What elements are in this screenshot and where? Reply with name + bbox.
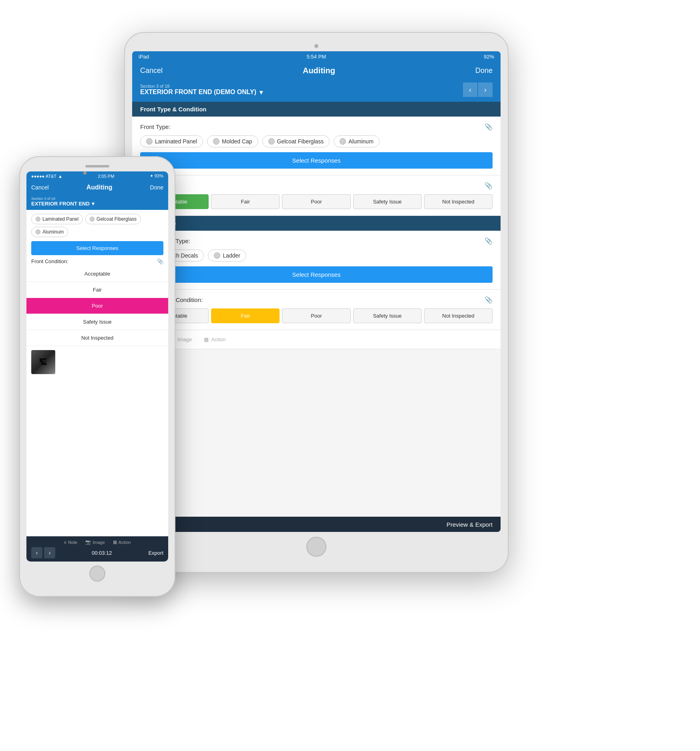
ipad-nav-arrows: ‹ › [463, 83, 493, 97]
iphone-nav-title: Auditing [86, 184, 113, 191]
iphone-action-icon: ▦ [113, 540, 117, 545]
radio-gelcoat-fiberglass[interactable]: Gelcoat Fiberglass [262, 135, 330, 147]
iphone-chevron-down-icon: ▾ [92, 201, 95, 207]
front-type-label: Front Type: 📎 [140, 123, 493, 131]
iphone-radio-gelcoat-fiberglass[interactable]: Gelcoat Fiberglass [85, 214, 141, 224]
front-condition-label: Condition: 📎 [140, 182, 493, 189]
ipad-section-info: Section 3 of 18 EXTERIOR FRONT END (DEMO… [140, 84, 263, 96]
iphone-note-icon: ≡ [64, 540, 66, 545]
cond-safety-issue[interactable]: Safety Issue [353, 194, 422, 209]
ipad-next-button[interactable]: › [478, 83, 493, 97]
wall-type-radio-group: Paint with Decals Ladder [140, 250, 493, 262]
iphone-section-label: Section 3 of 18 [31, 197, 95, 201]
ipad-section-header: Section 3 of 18 EXTERIOR FRONT END (DEMO… [132, 79, 501, 102]
wall-condition-label: Wall Surface Condition: 📎 [140, 296, 493, 304]
cond-fair[interactable]: Fair [211, 194, 280, 209]
iphone-carrier: ●●●●● AT&T ▲ [31, 174, 62, 179]
radio-aluminum[interactable]: Aluminum [334, 135, 379, 147]
iphone-battery: 93% [155, 173, 163, 178]
wall-condition-card: Wall Surface Condition: 📎 Acceptable Fai… [132, 290, 501, 330]
iphone-radio-circle [36, 217, 40, 221]
ipad-content: Front Type & Condition Front Type: 📎 Lam… [132, 102, 501, 517]
iphone-content: Laminated Panel Gelcoat Fiberglass Alumi… [26, 210, 168, 536]
wall-cond-poor[interactable]: Poor [282, 308, 350, 323]
front-type-group-header: Front Type & Condition [132, 102, 501, 117]
iphone-section-title[interactable]: EXTERIOR FRONT END ▾ [31, 201, 95, 207]
iphone-home-button[interactable] [89, 566, 105, 582]
wifi-icon: ▲ [58, 174, 62, 179]
cond-not-inspected[interactable]: Not Inspected [424, 194, 493, 209]
ipad-screen: iPad 5:54 PM 92% Cancel Auditing Done Se… [132, 51, 501, 532]
ipad-section-label: Section 3 of 18 [140, 84, 263, 89]
iphone-section-info: Section 3 of 18 EXTERIOR FRONT END ▾ [31, 197, 95, 207]
iphone-screen: ●●●●● AT&T ▲ 2:05 PM ✦ 93% Cancel Auditi… [26, 171, 168, 562]
iphone-device: ●●●●● AT&T ▲ 2:05 PM ✦ 93% Cancel Auditi… [19, 156, 175, 597]
iphone-radio-aluminum[interactable]: Aluminum [31, 227, 68, 237]
radio-molded-cap[interactable]: Molded Cap [207, 135, 258, 147]
bluetooth-icon: ✦ [150, 173, 153, 178]
iphone-cond-poor[interactable]: Poor [26, 298, 168, 314]
iphone-cond-not-inspected[interactable]: Not Inspected [26, 330, 168, 346]
ipad-status-bar: iPad 5:54 PM 92% [132, 51, 501, 62]
ipad-nav-bar: Cancel Auditing Done [132, 62, 501, 79]
ipad-home-button[interactable] [306, 537, 326, 557]
ipad-cancel-button[interactable]: Cancel [140, 66, 163, 75]
iphone-export-button[interactable]: Export [148, 550, 163, 556]
ipad-select-responses-button-2[interactable]: Select Responses [140, 266, 493, 283]
iphone-condition-list: Acceptable Fair Poor Safety Issue Not In… [26, 266, 168, 346]
iphone-radio-circle [90, 217, 95, 221]
action-icon: ▦ [204, 336, 209, 342]
ipad-select-responses-button-1[interactable]: Select Responses [140, 152, 493, 169]
iphone-image-action[interactable]: 📷 Image [85, 540, 105, 545]
ipad-content-actions: ≡ Note 📷 Image ▦ Action [140, 336, 493, 342]
iphone-camera [83, 171, 86, 175]
ipad-section-title[interactable]: EXTERIOR FRONT END (DEMO ONLY) ▾ [140, 89, 263, 96]
photo-placeholder-icon: 🏗 [31, 350, 55, 374]
iphone-front-condition-label: Front Condition: 📎 [26, 255, 168, 266]
iphone-photo-thumbnail[interactable]: 🏗 [31, 350, 55, 374]
wall-cond-not-inspected[interactable]: Not Inspected [424, 308, 493, 323]
iphone-action-action[interactable]: ▦ Action [113, 540, 131, 545]
iphone-next-button[interactable]: › [44, 547, 55, 558]
ipad-device: iPad 5:54 PM 92% Cancel Auditing Done Se… [124, 32, 509, 573]
iphone-timer: 00:03:12 [92, 550, 112, 556]
wall-cond-fair[interactable]: Fair [211, 308, 280, 323]
radio-ladder[interactable]: Ladder [208, 250, 246, 262]
cond-poor[interactable]: Poor [282, 194, 350, 209]
radio-circle [340, 138, 346, 145]
iphone-front-type-radio-group: Laminated Panel Gelcoat Fiberglass Alumi… [26, 210, 168, 241]
action-action[interactable]: ▦ Action [204, 336, 225, 342]
iphone-done-button[interactable]: Done [150, 184, 163, 191]
iphone-cancel-button[interactable]: Cancel [31, 184, 49, 191]
radio-circle [146, 138, 153, 145]
iphone-nav-arrows: ‹ › [31, 547, 55, 558]
iphone-radio-laminated-panel[interactable]: Laminated Panel [31, 214, 83, 224]
front-condition-card: Condition: 📎 Acceptable Fair Poor Safety… [132, 175, 501, 216]
iphone-bottom-actions: ≡ Note 📷 Image ▦ Action [31, 540, 163, 545]
clip-icon-2: 📎 [485, 182, 493, 189]
ipad-prev-button[interactable]: ‹ [463, 83, 477, 97]
chevron-down-icon: ▾ [259, 89, 263, 96]
front-type-card: Front Type: 📎 Laminated Panel Molded Cap [132, 117, 501, 175]
clip-icon: 📎 [485, 123, 493, 131]
iphone-cond-safety-issue[interactable]: Safety Issue [26, 314, 168, 330]
iphone-select-responses-button[interactable]: Select Responses [31, 241, 163, 255]
iphone-cond-acceptable[interactable]: Acceptable [26, 266, 168, 282]
wall-surface-type-label: Wall Surface Type: 📎 [140, 237, 493, 245]
iphone-clip-icon: 📎 [157, 258, 163, 264]
iphone-nav-bar: Cancel Auditing Done [26, 181, 168, 194]
iphone-photo-area: 🏗 [26, 346, 168, 378]
wall-cond-safety-issue[interactable]: Safety Issue [353, 308, 422, 323]
iphone-radio-circle [36, 230, 40, 234]
clip-icon-3: 📎 [485, 237, 493, 245]
iphone-prev-button[interactable]: ‹ [31, 547, 42, 558]
iphone-note-action[interactable]: ≡ Note [64, 540, 78, 545]
ipad-bottom-bar: 00:25:36 Preview & Export [132, 517, 501, 532]
radio-circle [268, 138, 275, 145]
iphone-cond-fair[interactable]: Fair [26, 282, 168, 298]
radio-laminated-panel[interactable]: Laminated Panel [140, 135, 203, 147]
iphone-image-icon: 📷 [85, 540, 91, 545]
ipad-preview-export-button[interactable]: Preview & Export [447, 521, 493, 528]
ipad-time: 5:54 PM [307, 54, 326, 60]
ipad-done-button[interactable]: Done [475, 66, 493, 75]
